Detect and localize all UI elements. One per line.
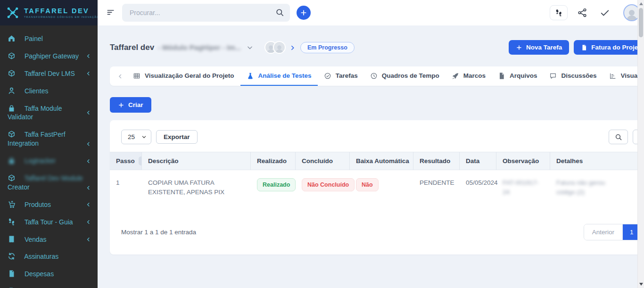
column-header-detalhes[interactable]: Detalhes [550,152,644,170]
badge-baixa-automatica: Não [356,178,379,191]
logo-title: TAFFAREL DEV [24,7,98,15]
sidebar-item-assinaturas[interactable]: Assinaturas [0,248,98,265]
sidebar-item-label: Taffa Tour - Guia [25,218,73,226]
cell-data: 05/05/2024 [460,170,496,205]
document-icon [8,270,16,278]
cube-icon [8,69,16,77]
chevron-down-icon[interactable] [247,44,253,51]
scroll-down-arrow[interactable] [639,283,643,286]
sidebar-item-painel[interactable]: Painel [0,30,98,48]
logo-subtitle: TRANSFORMANDO CÓDIGOS EM INOVAÇÃO [24,16,98,18]
tabs-scroll-left[interactable] [114,66,127,86]
sidebar-item-contratos[interactable]: Contratos [0,283,98,288]
tab-tarefas[interactable]: Tarefas [318,66,364,86]
sidebar-item-vendas[interactable]: Vendas [0,231,98,248]
sidebar-item-logtracker[interactable]: Logtracker [0,152,98,170]
app-logo[interactable]: TAFFAREL DEV TRANSFORMANDO CÓDIGOS EM IN… [0,0,98,25]
tab-visualizacao-geral-do-projeto[interactable]: Visualização Geral do Projeto [127,66,240,86]
sidebar-item-label: Despesas [25,270,54,278]
chevron-down-icon [141,134,147,140]
sidebar-item-despesas[interactable]: Despesas [0,265,98,283]
lock-icon [8,104,16,112]
sidebar-item-taffa-module-validator[interactable]: Taffa Module Validator [0,100,98,126]
column-header-resultado[interactable]: Resultado [413,152,460,170]
tab-marcos[interactable]: Marcos [446,66,492,86]
column-header-baixa-automatica[interactable]: Baixa Automática [350,152,413,170]
tests-table-card: 25 Exportar Passo Descrição Realizado [110,120,644,255]
global-search [122,4,290,22]
cell-descricao: COPIAR UMA FATURA EXISTENTE, APENAS PIX [142,170,251,205]
export-button[interactable]: Exportar [156,130,198,144]
home-icon [8,34,16,42]
sort-chevron-icon[interactable] [139,156,142,165]
project-title-redacted: - Módulo PagHiper - Im... [158,43,241,51]
file-icon [498,72,505,80]
project-title: Taffarel dev [110,43,154,52]
menu-toggle-icon[interactable] [106,8,116,17]
grid-icon [133,72,140,80]
chat-icon [549,72,557,80]
chevron-right-icon [289,44,296,50]
sidebar-item-label: Vendas [25,236,47,243]
sidebar-item-clientes[interactable]: Clientes [0,82,98,100]
sidebar-item-label: Produtos [25,201,51,208]
logo-mark-icon [6,6,20,20]
criar-button[interactable]: Criar [110,97,151,113]
gantt-icon [609,72,617,80]
search-icon[interactable] [275,8,284,17]
tab-quadros-de-tempo[interactable]: Quadros de Tempo [364,66,446,86]
member-avatar[interactable] [273,41,286,54]
nova-tarefa-button[interactable]: Nova Tarefa [509,40,569,55]
column-header-realizado[interactable]: Realizado [251,152,296,170]
sidebar-item-taffarel-dev-lms[interactable]: Taffarel Dev LMS [0,65,98,82]
tab-analise-de-testes[interactable]: Análise de Testes [240,66,318,86]
tab-discussoes[interactable]: Discussões [543,66,603,86]
column-header-passo[interactable]: Passo [110,152,142,170]
receipt-icon [8,235,16,243]
table-entries-info: Mostrar 1 a 1 de 1 entrada [121,229,196,236]
sidebar-nav: Painel Paghiper Gateway Taffarel Dev LMS… [0,25,98,288]
tour-button[interactable] [550,5,568,20]
column-header-concluido[interactable]: Concluído [296,152,350,170]
scrollbar-thumb[interactable] [639,8,643,37]
sidebar-item-label: Creator [8,183,30,191]
chevron-left-icon [86,110,91,115]
page-size-select[interactable]: 25 [121,130,151,144]
sidebar-item-label: Logtracker [25,157,56,165]
sidebar-item-taffa-fastperf-integration[interactable]: Taffa FastPerf Integration [0,126,98,152]
column-header-descricao[interactable]: Descrição [142,152,251,170]
sidebar-item-label: Clientes [25,87,49,95]
page-scrollbar[interactable] [637,0,644,288]
sidebar-item-produtos[interactable]: Produtos [0,196,98,214]
table-search-button[interactable] [609,130,628,144]
chevron-left-icon [86,237,91,242]
project-tabs: Visualização Geral do Projeto Análise de… [110,66,644,86]
rocket-icon [452,72,459,80]
global-search-input[interactable] [122,4,290,22]
topbar [98,0,644,25]
sidebar-item-taffa-tour-guia[interactable]: Taffa Tour - Guia [0,214,98,231]
main-area: Taffarel dev - Módulo PagHiper - Im... E… [98,0,644,288]
invoice-icon [581,44,587,51]
cell-resultado: PENDENTE [413,170,460,205]
user-icon [8,87,16,95]
column-header-observacao[interactable]: Observação [496,152,550,170]
table-row[interactable]: 1 COPIAR UMA FATURA EXISTENTE, APENAS PI… [110,170,644,205]
column-header-data[interactable]: Data [460,152,496,170]
sidebar-item-paghiper-gateway[interactable]: Paghiper Gateway [0,48,98,65]
scroll-up-arrow[interactable] [639,2,643,5]
flask-icon [247,72,254,80]
plus-icon [516,44,522,51]
check-icon[interactable] [600,8,610,18]
chevron-left-icon [86,71,91,76]
fatura-do-projeto-button[interactable]: Fatura do Projeto [574,40,644,55]
share-icon[interactable] [577,8,587,18]
cell-observacao-redacted: FAT-001917-24 [503,179,539,196]
quick-add-button[interactable] [297,6,311,20]
pagination-prev-button[interactable]: Anterior [584,224,622,240]
sidebar-item-taffarel-dev-module-creator[interactable]: Taffarel Dev Module Creator [0,170,98,196]
footsteps-icon [554,8,563,17]
project-members[interactable] [264,41,286,54]
lock-icon [8,156,16,165]
tab-arquivos[interactable]: Arquivos [492,66,544,86]
